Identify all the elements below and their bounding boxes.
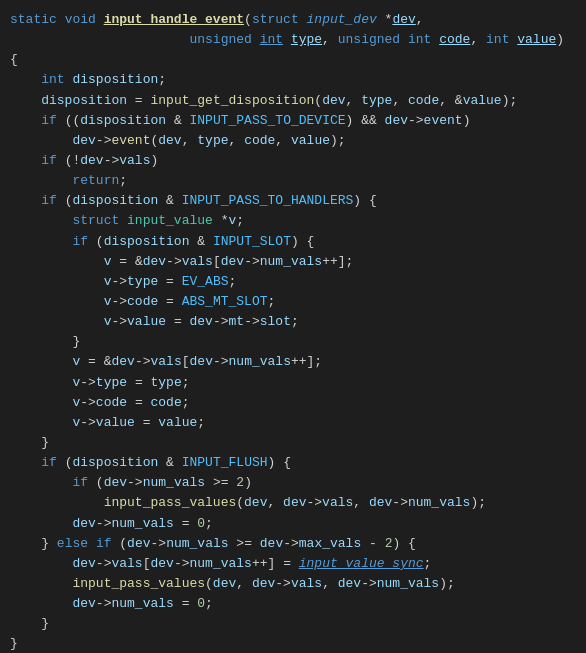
code-line-24: v = &dev->vals[dev->num_vals++];: [10, 352, 572, 372]
code-line-11: if (!dev->vals): [10, 151, 572, 171]
code-line-20: v->code = ABS_MT_SLOT;: [10, 292, 572, 312]
code-line-18: v = &dev->vals[dev->num_vals++];: [10, 252, 572, 272]
code-line-25: v->type = type;: [10, 373, 572, 393]
code-line-6: disposition = input_get_disposition(dev,…: [10, 91, 572, 111]
code-line-3: {: [10, 50, 572, 70]
code-line-34: } else if (dev->num_vals >= dev->max_val…: [10, 534, 572, 554]
code-line-27: v->value = value;: [10, 413, 572, 433]
code-viewer: static void input_handle_event(struct in…: [0, 0, 586, 653]
code-line-36: input_pass_values(dev, dev->vals, dev->n…: [10, 574, 572, 594]
code-line-21: v->value = dev->mt->slot;: [10, 312, 572, 332]
code-line-15: struct input_value *v;: [10, 211, 572, 231]
code-line-40: }: [10, 634, 572, 653]
code-line-31: if (dev->num_vals >= 2): [10, 473, 572, 493]
code-line-32: input_pass_values(dev, dev->vals, dev->n…: [10, 493, 572, 513]
code-line-8: if ((disposition & INPUT_PASS_TO_DEVICE)…: [10, 111, 572, 131]
code-line-17: if (disposition & INPUT_SLOT) {: [10, 232, 572, 252]
code-line-12: return;: [10, 171, 572, 191]
code-line-22: }: [10, 332, 572, 352]
code-line-37: dev->num_vals = 0;: [10, 594, 572, 614]
code-line-33: dev->num_vals = 0;: [10, 514, 572, 534]
code-line-1: static void input_handle_event(struct in…: [10, 10, 572, 30]
code-line-2: unsigned int type, unsigned int code, in…: [10, 30, 572, 50]
code-line-9: dev->event(dev, type, code, value);: [10, 131, 572, 151]
code-line-14: if (disposition & INPUT_PASS_TO_HANDLERS…: [10, 191, 572, 211]
code-line-30: if (disposition & INPUT_FLUSH) {: [10, 453, 572, 473]
code-line-4: int disposition;: [10, 70, 572, 90]
code-line-38: }: [10, 614, 572, 634]
code-line-28: }: [10, 433, 572, 453]
code-line-35: dev->vals[dev->num_vals++] = input_value…: [10, 554, 572, 574]
code-line-19: v->type = EV_ABS;: [10, 272, 572, 292]
code-line-26: v->code = code;: [10, 393, 572, 413]
